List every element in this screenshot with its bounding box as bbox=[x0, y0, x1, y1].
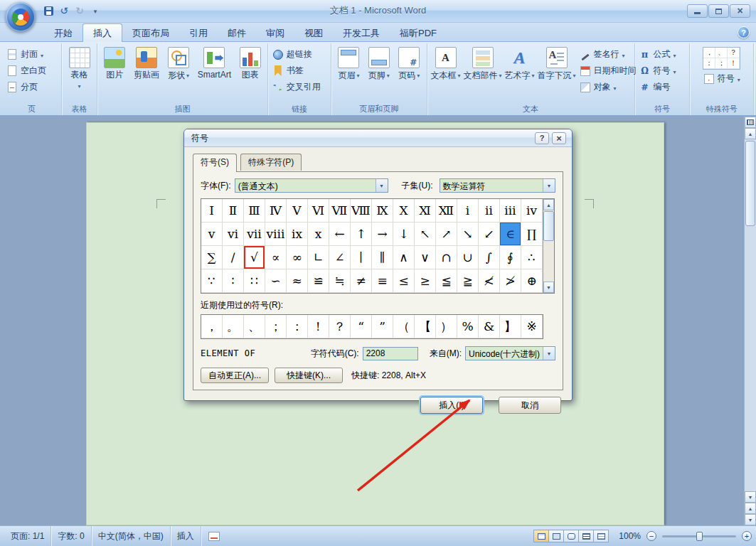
symbol-cell[interactable]: ≈ bbox=[287, 269, 308, 293]
bookmark-button[interactable]: 书签 bbox=[270, 63, 329, 78]
scrollbar-track[interactable] bbox=[543, 210, 554, 282]
recent-symbol-cell[interactable]: ， bbox=[201, 315, 223, 338]
symbol-cell[interactable]: ↖ bbox=[415, 223, 436, 246]
ribbon-tab[interactable]: 邮件 bbox=[218, 25, 256, 42]
ribbon-tab[interactable]: 插入 bbox=[82, 23, 122, 42]
symbol-cell[interactable]: ∑ bbox=[201, 246, 223, 269]
symbol-cell[interactable]: ≌ bbox=[308, 269, 329, 293]
textbox-button[interactable]: 文本框 bbox=[430, 45, 462, 81]
fullscreen-reading-view-button[interactable] bbox=[548, 530, 564, 542]
recent-symbol-cell[interactable]: ： bbox=[287, 315, 308, 338]
symbol-cell[interactable]: ⅶ bbox=[244, 223, 265, 246]
cover-page-button[interactable]: 封面 bbox=[4, 47, 59, 62]
symbol-button[interactable]: 符号 bbox=[637, 63, 688, 78]
ruler-toggle-button[interactable] bbox=[745, 117, 756, 128]
symbol-cell[interactable]: ⅲ bbox=[500, 199, 521, 223]
symbol-cell[interactable]: Ⅻ bbox=[436, 199, 457, 223]
drop-cap-button[interactable]: 首字下沉 bbox=[536, 45, 577, 81]
ribbon-tab[interactable]: 审阅 bbox=[256, 25, 294, 42]
help-button[interactable] bbox=[738, 26, 750, 38]
symbol-cell[interactable]: ≧ bbox=[457, 269, 479, 293]
from-dropdown[interactable]: Unicode(十六进制) bbox=[465, 346, 555, 360]
recent-symbol-cell[interactable]: ！ bbox=[308, 315, 329, 338]
symbol-cell[interactable]: ∝ bbox=[265, 246, 287, 269]
symbol-cell[interactable]: → bbox=[372, 223, 393, 246]
subset-dropdown[interactable]: 数学运算符 bbox=[440, 178, 555, 193]
recent-symbol-cell[interactable]: ？ bbox=[329, 315, 351, 338]
zoom-out-button[interactable]: − bbox=[646, 531, 656, 541]
special-symbol-cell[interactable]: ？ bbox=[728, 48, 740, 58]
symbol-cell[interactable]: Ⅰ bbox=[201, 199, 223, 223]
scroll-down-button[interactable] bbox=[543, 282, 554, 293]
chevron-down-icon[interactable] bbox=[543, 347, 555, 360]
chevron-down-icon[interactable] bbox=[543, 179, 555, 192]
ribbon-tab[interactable]: 开发工具 bbox=[333, 25, 390, 42]
symbol-cell[interactable]: ↗ bbox=[436, 223, 457, 246]
quick-parts-button[interactable]: 文档部件 bbox=[462, 45, 504, 81]
maximize-button[interactable] bbox=[708, 4, 729, 18]
symbol-cell[interactable]: Ⅲ bbox=[244, 199, 265, 223]
symbol-cell[interactable]: ∮ bbox=[500, 246, 521, 269]
symbol-cell[interactable]: ↑ bbox=[351, 223, 372, 246]
footer-button[interactable]: 页脚 bbox=[367, 45, 391, 81]
spelling-status-icon[interactable] bbox=[208, 532, 220, 541]
header-button[interactable]: 页眉 bbox=[336, 45, 361, 81]
dialog-title-bar[interactable]: 符号 bbox=[184, 129, 572, 147]
smartart-button[interactable]: SmartArt bbox=[196, 45, 233, 80]
insert-mode-indicator[interactable]: 插入 bbox=[171, 526, 201, 546]
insert-button[interactable]: 插入(I) bbox=[420, 397, 483, 414]
cross-reference-button[interactable]: 交叉引用 bbox=[270, 80, 329, 95]
symbol-cell[interactable]: ∽ bbox=[265, 269, 287, 293]
wordart-button[interactable]: 艺术字 bbox=[504, 45, 536, 81]
symbol-cell[interactable]: ∟ bbox=[308, 246, 329, 269]
signature-line-button[interactable]: 签名行 bbox=[577, 47, 640, 62]
word-count[interactable]: 字数: 0 bbox=[51, 526, 91, 546]
scrollbar-thumb[interactable] bbox=[543, 211, 554, 241]
ribbon-tab[interactable]: 视图 bbox=[294, 25, 333, 42]
tab-symbols[interactable]: 符号(S) bbox=[193, 154, 237, 172]
chart-button[interactable]: 图表 bbox=[238, 45, 262, 80]
special-symbol-cell[interactable]: ， bbox=[703, 48, 715, 58]
symbol-cell[interactable]: ≠ bbox=[351, 269, 372, 293]
symbol-cell[interactable]: ∫ bbox=[479, 246, 500, 269]
zoom-slider-thumb[interactable] bbox=[696, 532, 703, 541]
recent-symbol-cell[interactable]: % bbox=[457, 315, 479, 338]
scroll-up-button[interactable] bbox=[543, 199, 554, 210]
symbol-cell[interactable]: ⅱ bbox=[479, 199, 500, 223]
symbol-cell[interactable]: ∵ bbox=[201, 269, 223, 293]
symbol-cell[interactable]: ⊕ bbox=[521, 269, 543, 293]
symbol-cell[interactable]: ↘ bbox=[457, 223, 479, 246]
symbol-cell[interactable]: ≡ bbox=[372, 269, 393, 293]
special-symbol-cell[interactable]: ： bbox=[703, 58, 715, 69]
recent-symbol-cell[interactable]: 、 bbox=[244, 315, 265, 338]
ribbon-tab[interactable]: 页面布局 bbox=[122, 25, 179, 42]
ribbon-tab[interactable]: 福昕PDF bbox=[390, 25, 447, 42]
symbol-cell[interactable]: ⅹ bbox=[308, 223, 329, 246]
symbol-cell[interactable]: ⅴ bbox=[201, 223, 223, 246]
outline-view-button[interactable] bbox=[578, 530, 594, 542]
draft-view-button[interactable] bbox=[593, 530, 609, 542]
scroll-up-button[interactable] bbox=[745, 128, 756, 139]
date-time-button[interactable]: 日期和时间 bbox=[577, 63, 640, 78]
symbol-cell[interactable]: Ⅴ bbox=[287, 199, 308, 223]
character-code-input[interactable] bbox=[363, 347, 418, 360]
symbol-cell[interactable]: ≤ bbox=[393, 269, 415, 293]
scroll-down-button[interactable] bbox=[745, 491, 756, 503]
symbol-cell[interactable]: ← bbox=[329, 223, 351, 246]
symbol-cell[interactable]: ⅵ bbox=[223, 223, 244, 246]
next-page-button[interactable] bbox=[745, 514, 756, 525]
font-dropdown[interactable]: (普通文本) bbox=[235, 178, 388, 193]
autocorrect-button[interactable]: 自动更正(A)... bbox=[201, 368, 269, 383]
symbol-cell[interactable]: ↙ bbox=[479, 223, 500, 246]
symbol-cell[interactable]: ∈ bbox=[500, 223, 521, 246]
symbol-cell[interactable]: ≮ bbox=[479, 269, 500, 293]
close-button[interactable] bbox=[730, 4, 750, 18]
number-button[interactable]: 编号 bbox=[637, 80, 688, 95]
special-symbol-button[interactable]: ， 符号 bbox=[701, 71, 742, 86]
symbol-cell[interactable]: ≯ bbox=[500, 269, 521, 293]
symbol-cell[interactable]: ≥ bbox=[415, 269, 436, 293]
vertical-scrollbar[interactable] bbox=[744, 117, 756, 525]
symbol-cell[interactable]: Ⅷ bbox=[351, 199, 372, 223]
previous-page-button[interactable] bbox=[745, 503, 756, 514]
symbol-cell[interactable]: ≒ bbox=[329, 269, 351, 293]
